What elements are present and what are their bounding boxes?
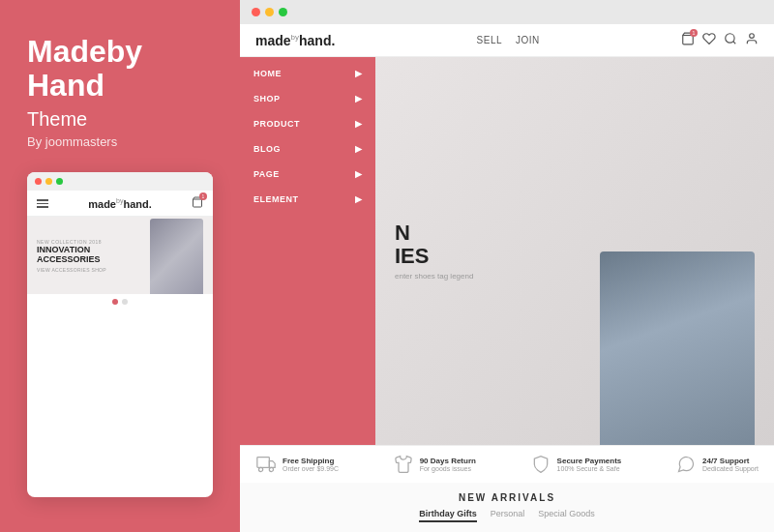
mini-dots-indicator	[27, 294, 213, 310]
site-header: madebyhand. SELL JOIN 1	[240, 24, 774, 57]
svg-point-7	[269, 467, 273, 471]
browser-bar	[240, 0, 774, 24]
features-bar: Free Shipping Order over $9.99C 90 Days …	[240, 445, 774, 483]
svg-point-4	[750, 34, 755, 39]
cart-icon[interactable]: 1	[681, 32, 695, 48]
sidebar-item-home[interactable]: HOME ▶	[240, 61, 375, 86]
brand-subtitle: Theme	[27, 108, 213, 131]
sidebar-arrow-product: ▶	[355, 119, 363, 129]
feature-return-title: 90 Days Return	[420, 457, 476, 465]
sidebar-arrow-home: ▶	[355, 69, 363, 78]
site-main: HOME ▶ SHOP ▶ PRODUCT ▶ BLOG ▶ PAGE ▶	[240, 57, 774, 445]
mini-hamburger-icon	[37, 199, 48, 208]
mini-header-icons: 1	[192, 196, 203, 210]
tab-personal[interactable]: Personal	[491, 509, 525, 522]
feature-support: 24/7 Support Dedicated Support	[675, 454, 759, 475]
hero-big-title: NIES	[395, 222, 473, 268]
nav-sell[interactable]: SELL	[477, 35, 502, 45]
hero-small-text: enter shoes tag legend	[395, 272, 473, 281]
site-header-icons: 1	[681, 32, 759, 48]
shirt-icon	[393, 454, 414, 475]
brand-title: Madeby Hand	[27, 35, 213, 103]
mini-hero-title: INNOVATIONACCESSORIES	[37, 245, 106, 266]
feature-payments: Secure Payments 100% Secure & Safe	[530, 454, 622, 475]
site-sidebar: HOME ▶ SHOP ▶ PRODUCT ▶ BLOG ▶ PAGE ▶	[240, 57, 375, 445]
mini-dot-red	[35, 178, 42, 185]
left-panel: Madeby Hand Theme By joommasters madebyh…	[0, 0, 240, 532]
feature-return-sub: For goods issues	[420, 465, 476, 472]
tab-special-goods[interactable]: Special Goods	[538, 509, 595, 522]
mini-dot-green	[56, 178, 63, 185]
svg-line-3	[733, 42, 736, 44]
sidebar-item-product[interactable]: PRODUCT ▶	[240, 111, 375, 136]
user-icon[interactable]	[745, 32, 759, 48]
mini-hero: NEW COLLECTION 2018 INNOVATIONACCESSORIE…	[27, 217, 213, 294]
search-icon[interactable]	[724, 32, 737, 48]
feature-support-title: 24/7 Support	[702, 457, 759, 465]
mini-dot-active	[112, 299, 118, 305]
site-hero: NIES enter shoes tag legend	[375, 57, 774, 445]
hero-person-body	[600, 251, 755, 445]
right-panel: madebyhand. SELL JOIN 1	[240, 0, 774, 532]
feature-return: 90 Days Return For goods issues	[393, 454, 476, 475]
browser-dot-yellow	[265, 8, 274, 16]
wishlist-icon[interactable]	[702, 32, 716, 48]
sidebar-item-shop[interactable]: SHOP ▶	[240, 86, 375, 111]
svg-point-6	[259, 467, 263, 471]
mini-dot-inactive	[122, 299, 128, 305]
feature-free-shipping: Free Shipping Order over $9.99C	[255, 454, 339, 475]
sidebar-item-page[interactable]: PAGE ▶	[240, 162, 375, 187]
feature-return-text: 90 Days Return For goods issues	[420, 457, 476, 472]
sidebar-arrow-blog: ▶	[355, 144, 363, 154]
support-icon	[675, 454, 697, 475]
mini-header: madebyhand. 1	[27, 191, 213, 217]
truck-icon	[255, 454, 277, 475]
sidebar-item-element[interactable]: ELEMENT ▶	[240, 187, 375, 212]
site-nav: SELL JOIN	[477, 35, 540, 45]
feature-support-sub: Dedicated Support	[702, 465, 759, 472]
svg-point-2	[726, 34, 734, 43]
browser-content: madebyhand. SELL JOIN 1	[240, 24, 774, 532]
hero-text-block: NIES enter shoes tag legend	[375, 202, 492, 300]
nav-join[interactable]: JOIN	[516, 35, 540, 45]
new-arrivals-tabs: Birthday Gifts Personal Special Goods	[259, 509, 755, 522]
mini-figure-image	[150, 219, 203, 294]
mini-hero-text: NEW COLLECTION 2018 INNOVATIONACCESSORIE…	[27, 231, 116, 281]
tab-birthday-gifts[interactable]: Birthday Gifts	[419, 509, 477, 522]
new-arrivals-title: NEW ARRIVALS	[259, 492, 755, 503]
browser-dot-green	[279, 8, 287, 16]
new-arrivals-section: NEW ARRIVALS Birthday Gifts Personal Spe…	[240, 483, 774, 532]
mini-cart-icon: 1	[192, 196, 203, 210]
hero-person-image	[600, 251, 755, 445]
feature-support-text: 24/7 Support Dedicated Support	[702, 457, 759, 472]
sidebar-item-blog[interactable]: BLOG ▶	[240, 136, 375, 162]
svg-rect-5	[257, 458, 270, 468]
mini-dot-yellow	[45, 178, 52, 185]
feature-payments-title: Secure Payments	[557, 457, 622, 465]
mini-hero-cta: VIEW ACCESSORIES SHOP	[37, 267, 106, 273]
feature-payments-sub: 100% Secure & Safe	[557, 465, 622, 472]
sidebar-arrow-shop: ▶	[355, 94, 363, 103]
mini-content: madebyhand. 1 NEW COLLECTION 2018	[27, 191, 213, 494]
shield-icon	[530, 454, 551, 475]
mini-browser-mockup: madebyhand. 1 NEW COLLECTION 2018	[27, 172, 213, 497]
mini-cart-badge-count: 1	[199, 192, 207, 200]
browser-dot-red	[252, 8, 260, 16]
site-logo: madebyhand.	[255, 33, 335, 48]
feature-shipping-title: Free Shipping	[283, 457, 339, 465]
feature-shipping-text: Free Shipping Order over $9.99C	[283, 457, 339, 472]
sidebar-arrow-element: ▶	[355, 194, 363, 204]
sidebar-arrow-page: ▶	[355, 169, 363, 179]
brand-by: By joommasters	[27, 134, 213, 149]
mini-logo: madebyhand.	[88, 197, 152, 210]
mini-browser-bar	[27, 172, 213, 191]
feature-shipping-sub: Order over $9.99C	[283, 465, 339, 472]
mini-figure	[150, 219, 203, 294]
feature-payments-text: Secure Payments 100% Secure & Safe	[557, 457, 622, 472]
mini-hero-label: NEW COLLECTION 2018	[37, 239, 106, 245]
